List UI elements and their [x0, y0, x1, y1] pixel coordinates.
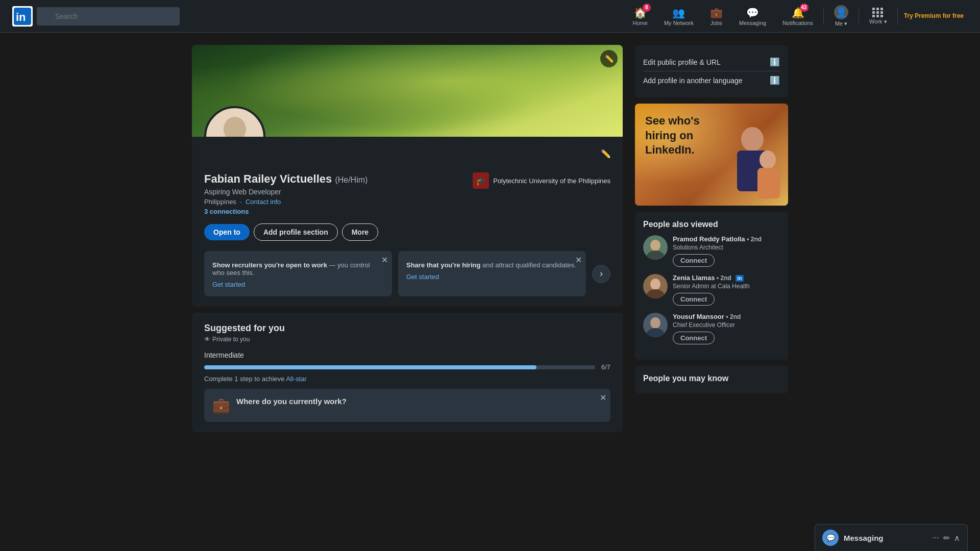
nav-jobs[interactable]: 💼 Jobs [702, 0, 731, 33]
person-row: Pramod Reddy Patlolla • 2nd Solutions Ar… [643, 235, 780, 267]
suggested-private: 👁 Private to you [204, 336, 610, 343]
connect-zenia-button[interactable]: Connect [673, 293, 715, 306]
nav-home[interactable]: 🏠 8 Home [625, 0, 656, 33]
cta-cards-container: ✕ Show recruiters you're open to work — … [192, 251, 623, 307]
navbar: in 🔍 🏠 8 Home 👥 My Network 💼 Jobs 💬 Mess… [0, 0, 980, 33]
open-work-close-button[interactable]: ✕ [381, 255, 388, 265]
people-you-may-know-card: People you may know [635, 366, 788, 393]
person-title-yousuf: Chief Executive Officer [673, 321, 780, 329]
profile-name: Fabian Railey Victuelles (He/Him) [204, 172, 368, 186]
cover-photo: ✏️ [192, 45, 623, 137]
messaging-compose-icon[interactable]: ✏ [943, 533, 950, 543]
add-profile-section-button[interactable]: Add profile section [254, 223, 338, 241]
nav-me[interactable]: 👤 Me ▾ [826, 0, 856, 33]
search-input[interactable] [37, 7, 180, 26]
hiring-get-started-link[interactable]: Get started [406, 273, 578, 281]
person-degree-zenia: • 2nd [717, 274, 731, 282]
nav-my-network[interactable]: 👥 My Network [656, 0, 702, 33]
nav-divider-3 [897, 8, 898, 24]
profile-info-edit-button[interactable]: ✏️ [597, 145, 615, 162]
progress-row: 6/7 [204, 363, 610, 371]
svg-point-7 [760, 151, 776, 169]
connect-yousuf-button[interactable]: Connect [673, 332, 715, 344]
profile-headline: Aspiring Web Developer [204, 188, 368, 196]
progress-bar-background [204, 365, 595, 369]
connect-pramod-button[interactable]: Connect [673, 254, 715, 267]
progress-fraction: 6/7 [601, 363, 610, 371]
open-to-button[interactable]: Open to [204, 224, 250, 240]
person-avatar-yousuf [643, 313, 668, 337]
ad-people-illustration [712, 109, 788, 206]
hiring-bold: Share that you're hiring [406, 261, 480, 269]
profile-location: Philippines · Contact info [204, 198, 368, 206]
hiring-close-button[interactable]: ✕ [575, 255, 582, 265]
home-label: Home [633, 20, 648, 26]
my-network-icon: 👥 [672, 7, 685, 19]
in-badge-zenia: in [736, 275, 744, 282]
cover-edit-button[interactable]: ✏️ [600, 50, 618, 67]
suggested-card: Suggested for you 👁 Private to you Inter… [192, 313, 623, 432]
person-row: Yousuf Mansoor • 2nd Chief Executive Off… [643, 313, 780, 344]
nav-work[interactable]: Work ▾ [861, 0, 895, 33]
profile-info: ✏️ Fabian Railey Victuelles (He/Him) Asp… [192, 137, 623, 251]
cta-next-arrow-button[interactable]: › [592, 265, 610, 283]
person-row: Zenia Llamas • 2nd in Senior Admin at Ca… [643, 274, 780, 306]
person-title-zenia: Senior Admin at Cala Health [673, 283, 780, 290]
work-suggestion-title: Where do you currently work? [236, 397, 347, 406]
profile-text-info: Fabian Railey Victuelles (He/Him) Aspiri… [204, 172, 368, 223]
person-info-zenia: Zenia Llamas • 2nd in Senior Admin at Ca… [673, 274, 780, 306]
open-work-get-started-link[interactable]: Get started [212, 281, 384, 288]
person-name-zenia: Zenia Llamas • 2nd in [673, 274, 780, 282]
person-avatar-zenia [643, 274, 668, 298]
notifications-icon: 🔔 42 [792, 7, 804, 19]
svg-point-16 [650, 317, 660, 329]
messaging-icon: 💬 [746, 7, 759, 19]
search-container: 🔍 [37, 7, 180, 26]
person-name-yousuf: Yousuf Mansoor • 2nd [673, 313, 780, 320]
nav-messaging[interactable]: 💬 Messaging [731, 0, 774, 33]
work-label: Work ▾ [869, 18, 887, 25]
work-briefcase-icon: 💼 [212, 397, 230, 414]
work-suggestion-close-button[interactable]: ✕ [600, 393, 606, 403]
jobs-icon: 💼 [710, 7, 723, 19]
right-column: Edit public profile & URL ℹ️ Add profile… [635, 45, 788, 432]
premium-button[interactable]: Try Premium for free [900, 12, 968, 20]
messaging-dots-icon[interactable]: ··· [933, 533, 939, 543]
edit-public-profile-link[interactable]: Edit public profile & URL ℹ️ [643, 53, 780, 71]
people-also-viewed-title: People also viewed [643, 220, 780, 229]
nav-divider-2 [859, 8, 859, 24]
person-name-pramod: Pramod Reddy Patlolla • 2nd [673, 235, 780, 243]
all-star-link[interactable]: All-star [286, 375, 306, 383]
nav-items: 🏠 8 Home 👥 My Network 💼 Jobs 💬 Messaging… [625, 0, 968, 33]
person-info-pramod: Pramod Reddy Patlolla • 2nd Solutions Ar… [673, 235, 780, 267]
progress-bar-fill [204, 365, 536, 369]
nav-notifications[interactable]: 🔔 42 Notifications [774, 0, 821, 33]
me-label: Me ▾ [835, 20, 847, 27]
main-layout: ✏️ ✏️ [184, 33, 796, 444]
contact-info-link[interactable]: Contact info [246, 198, 281, 206]
profile-card: ✏️ ✏️ [192, 45, 623, 307]
messaging-header[interactable]: 💬 Messaging ··· ✏ ∧ [815, 524, 967, 551]
profile-connections[interactable]: 3 connections [204, 208, 368, 215]
svg-point-2 [224, 117, 246, 137]
hiring-cta: ✕ Share that you're hiring and attract q… [398, 251, 586, 296]
messaging-nav-label: Messaging [739, 20, 766, 26]
messaging-controls: ··· ✏ ∧ [933, 533, 960, 543]
open-work-bold: Show recruiters you're open to work [212, 261, 327, 269]
person-degree-pramod: • 2nd [747, 236, 762, 243]
edit-profile-card: Edit public profile & URL ℹ️ Add profile… [635, 45, 788, 97]
more-button[interactable]: More [342, 223, 378, 241]
add-language-profile-link[interactable]: Add profile in another language ℹ️ [643, 71, 780, 89]
edu-logo: 🎓 [473, 172, 489, 189]
linkedin-logo[interactable]: in [12, 6, 33, 27]
svg-point-13 [650, 279, 660, 290]
work-suggestion-card: ✕ 💼 Where do you currently work? [204, 389, 610, 422]
messaging-chevron-icon[interactable]: ∧ [954, 533, 960, 543]
person-info-yousuf: Yousuf Mansoor • 2nd Chief Executive Off… [673, 313, 780, 344]
ad-card[interactable]: See who's hiring on LinkedIn. [635, 104, 788, 206]
me-avatar: 👤 [834, 5, 848, 19]
profile-actions: Open to Add profile section More [204, 223, 610, 241]
home-badge: 8 [643, 4, 651, 12]
work-grid-icon [872, 8, 884, 17]
profile-pronouns: (He/Him) [335, 176, 368, 184]
